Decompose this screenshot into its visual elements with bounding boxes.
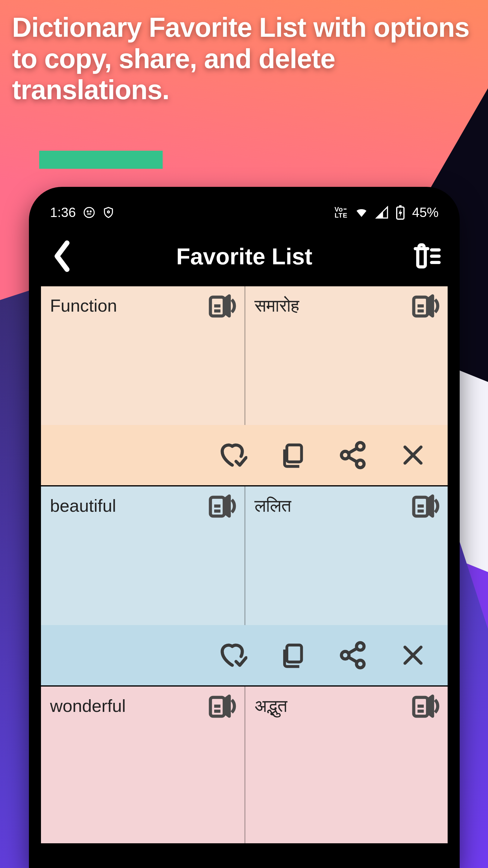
copy-button[interactable] [276, 639, 309, 672]
favorite-button[interactable] [216, 639, 249, 672]
source-text: Function [50, 296, 117, 315]
close-icon [401, 643, 425, 667]
svg-rect-30 [287, 645, 301, 662]
svg-point-31 [357, 643, 364, 650]
speak-icon [207, 491, 237, 521]
svg-line-21 [348, 457, 357, 462]
speak-icon [410, 291, 440, 321]
speak-icon [410, 491, 440, 521]
source-cell: wonderful [41, 687, 244, 843]
speak-icon [207, 691, 237, 721]
svg-point-2 [90, 211, 91, 212]
favorite-card: wonderful अद्भुत [41, 687, 448, 844]
svg-line-20 [348, 448, 357, 453]
delete-button[interactable] [396, 639, 429, 672]
favorite-card: Function समारोह [41, 286, 448, 487]
status-lte-icon: Vo℠LTE [334, 207, 347, 218]
target-cell: समारोह [244, 286, 448, 425]
status-wifi-icon [355, 206, 368, 219]
speak-source-button[interactable] [205, 689, 238, 723]
status-bar: 1:36 Vo℠LTE 45% [41, 199, 448, 226]
copy-icon [279, 441, 306, 469]
target-cell: ललित [244, 487, 448, 625]
clear-all-button[interactable] [412, 241, 442, 271]
heart-check-icon [217, 640, 247, 670]
svg-marker-6 [398, 209, 402, 217]
svg-line-34 [348, 648, 357, 653]
speak-target-button[interactable] [409, 289, 442, 322]
speak-icon [410, 691, 440, 721]
svg-point-1 [87, 211, 88, 212]
svg-point-3 [107, 211, 109, 213]
svg-rect-5 [399, 205, 401, 207]
source-text: wonderful [50, 696, 126, 715]
card-actions [41, 425, 448, 485]
target-cell: अद्भुत [244, 687, 448, 843]
svg-point-32 [341, 652, 349, 659]
share-button[interactable] [336, 438, 369, 472]
status-battery-icon [396, 205, 405, 220]
source-cell: beautiful [41, 487, 244, 625]
status-shield-icon [102, 207, 115, 218]
favorite-button[interactable] [216, 438, 249, 472]
app-bar: Favorite List [41, 226, 448, 286]
copy-icon [279, 642, 306, 669]
favorite-card: beautiful ललित [41, 487, 448, 687]
favorites-list: Function समारोह [41, 286, 448, 844]
svg-point-0 [84, 207, 94, 217]
heart-check-icon [217, 440, 247, 470]
speak-target-button[interactable] [409, 689, 442, 723]
promo-headline: Dictionary Favorite List with options to… [12, 12, 476, 106]
share-icon [338, 440, 368, 470]
source-text: beautiful [50, 496, 116, 516]
status-signal-icon [375, 206, 389, 219]
target-text: अद्भुत [255, 696, 287, 715]
svg-point-18 [341, 452, 349, 459]
target-text: ललित [255, 496, 291, 516]
status-time: 1:36 [50, 205, 76, 220]
share-button[interactable] [336, 639, 369, 672]
promo-accent-bar [39, 151, 163, 169]
svg-point-17 [357, 442, 364, 450]
delete-button[interactable] [396, 438, 429, 472]
card-actions [41, 625, 448, 685]
svg-point-19 [357, 460, 364, 468]
source-cell: Function [41, 286, 244, 425]
page-title: Favorite List [176, 243, 313, 270]
trash-list-icon [412, 241, 442, 271]
svg-rect-16 [287, 445, 301, 462]
chevron-left-icon [52, 240, 73, 273]
speak-source-button[interactable] [205, 490, 238, 523]
speak-icon [207, 291, 237, 321]
svg-point-33 [357, 660, 364, 668]
status-battery-pct: 45% [412, 205, 438, 220]
target-text: समारोह [255, 296, 299, 315]
speak-target-button[interactable] [409, 490, 442, 523]
speak-source-button[interactable] [205, 289, 238, 322]
svg-line-35 [348, 657, 357, 662]
back-button[interactable] [47, 241, 77, 271]
copy-button[interactable] [276, 438, 309, 472]
share-icon [338, 640, 368, 670]
status-face-icon [83, 207, 95, 218]
close-icon [401, 443, 425, 467]
phone-frame: 1:36 Vo℠LTE 45% Favorite Li [29, 187, 460, 868]
